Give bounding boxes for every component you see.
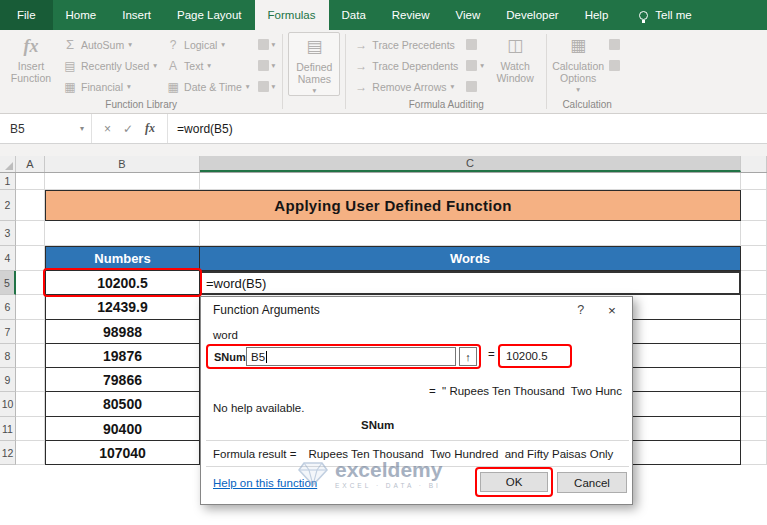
tab-developer[interactable]: Developer bbox=[493, 0, 571, 30]
column-header-c[interactable]: C bbox=[200, 156, 741, 172]
more-functions-button[interactable]: ▾ bbox=[256, 77, 278, 96]
error-checking-button[interactable]: ▾ bbox=[464, 56, 486, 75]
sigma-icon: Σ bbox=[63, 37, 77, 52]
tab-view[interactable]: View bbox=[443, 0, 494, 30]
cell-b9[interactable]: 79866 bbox=[45, 368, 200, 392]
cell[interactable] bbox=[200, 173, 741, 190]
cell[interactable] bbox=[16, 221, 45, 246]
tab-insert[interactable]: Insert bbox=[109, 0, 164, 30]
tab-formulas[interactable]: Formulas bbox=[255, 0, 329, 30]
recently-used-button[interactable]: ▤ Recently Used ▾ bbox=[60, 56, 160, 75]
tab-review[interactable]: Review bbox=[379, 0, 443, 30]
row-header-2[interactable]: 2 bbox=[0, 190, 16, 221]
title-cell[interactable]: Applying User Defined Function bbox=[45, 190, 741, 221]
select-all-corner[interactable] bbox=[0, 156, 16, 172]
trace-precedents-button[interactable]: → Trace Precedents bbox=[351, 35, 461, 54]
cell-b12[interactable]: 107040 bbox=[45, 441, 200, 465]
help-on-function-link[interactable]: Help on this function bbox=[213, 477, 317, 489]
cell[interactable] bbox=[16, 344, 45, 368]
row-header-4[interactable]: 4 bbox=[0, 246, 16, 271]
cell-c4-words-header[interactable]: Words bbox=[200, 246, 741, 271]
row-header-5[interactable]: 5 bbox=[0, 271, 16, 295]
formula-result-row: Formula result = Rupees Ten Thousand Two… bbox=[213, 448, 613, 460]
row-header-12[interactable]: 12 bbox=[0, 441, 16, 465]
ok-button[interactable]: OK bbox=[480, 472, 548, 492]
column-header-b[interactable]: B bbox=[45, 156, 200, 172]
formula-input[interactable]: =word(B5) bbox=[168, 114, 767, 143]
cell[interactable] bbox=[16, 392, 45, 417]
formula-result-value: Rupees Ten Thousand Two Hundred and Fift… bbox=[308, 448, 613, 460]
error-checking-icon bbox=[466, 60, 477, 71]
tell-me[interactable]: Tell me bbox=[627, 0, 703, 30]
logical-button[interactable]: ? Logical ▾ bbox=[163, 35, 253, 54]
date-time-button[interactable]: ▦ Date & Time ▾ bbox=[163, 77, 253, 96]
enter-entry-button[interactable]: ✓ bbox=[123, 122, 133, 136]
calculate-sheet-button[interactable] bbox=[607, 56, 622, 75]
cell[interactable] bbox=[200, 221, 741, 246]
cell bbox=[741, 271, 767, 295]
cell[interactable] bbox=[16, 173, 45, 190]
cell-c5-active[interactable]: =word(B5) bbox=[200, 271, 741, 295]
group-function-library: fx Insert Function Σ AutoSum ▾ ▤ Recentl… bbox=[0, 30, 282, 113]
cell[interactable] bbox=[16, 368, 45, 392]
insert-function-button[interactable]: fx Insert Function bbox=[5, 32, 57, 84]
insert-function-fx-button[interactable]: fx bbox=[145, 121, 155, 136]
tab-file[interactable]: File bbox=[0, 0, 53, 30]
formula-bar-buttons: × ✓ fx bbox=[92, 114, 168, 143]
autosum-button[interactable]: Σ AutoSum ▾ bbox=[60, 35, 160, 54]
cell[interactable] bbox=[16, 246, 45, 271]
cell[interactable] bbox=[45, 221, 200, 246]
calendar-icon: ▦ bbox=[166, 80, 180, 94]
tell-me-label: Tell me bbox=[655, 9, 691, 21]
defined-names-button[interactable]: ▤ Defined Names ▾ bbox=[288, 32, 340, 96]
math-trig-button[interactable]: ▾ bbox=[256, 56, 278, 75]
tab-help[interactable]: Help bbox=[572, 0, 622, 30]
calculation-options-button[interactable]: ▦ Calculation Options ▾ bbox=[552, 32, 604, 94]
snum-label: SNum bbox=[210, 351, 246, 363]
snum-input[interactable]: B5 bbox=[246, 347, 456, 366]
column-header-a[interactable]: A bbox=[16, 156, 45, 172]
row-header-10[interactable]: 10 bbox=[0, 392, 16, 417]
row-header-6[interactable]: 6 bbox=[0, 295, 16, 320]
trace-dependents-button[interactable]: → Trace Dependents bbox=[351, 56, 461, 75]
row-header-3[interactable]: 3 bbox=[0, 221, 16, 246]
cell[interactable] bbox=[16, 295, 45, 320]
row-header-8[interactable]: 8 bbox=[0, 344, 16, 368]
lookup-reference-button[interactable]: ▾ bbox=[256, 35, 278, 54]
tab-home[interactable]: Home bbox=[53, 0, 110, 30]
text-button[interactable]: A Text ▾ bbox=[163, 56, 253, 75]
calculate-now-button[interactable] bbox=[607, 35, 622, 54]
cell-b11[interactable]: 90400 bbox=[45, 417, 200, 441]
cell-b10[interactable]: 80500 bbox=[45, 392, 200, 417]
cell-b7[interactable]: 98988 bbox=[45, 320, 200, 344]
dialog-help-button[interactable]: ? bbox=[571, 303, 590, 317]
collapse-dialog-button[interactable]: ↑ bbox=[459, 347, 477, 366]
cell bbox=[741, 295, 767, 320]
watch-window-button[interactable]: ◫ Watch Window bbox=[489, 32, 541, 84]
row-header-11[interactable]: 11 bbox=[0, 417, 16, 441]
cell[interactable] bbox=[16, 190, 45, 221]
dialog-close-button[interactable]: × bbox=[604, 303, 620, 318]
cell-b6[interactable]: 12439.9 bbox=[45, 295, 200, 320]
show-formulas-button[interactable] bbox=[464, 35, 486, 54]
row-header-9[interactable]: 9 bbox=[0, 368, 16, 392]
dialog-titlebar[interactable]: Function Arguments ? × bbox=[201, 297, 632, 323]
remove-arrows-button[interactable]: → Remove Arrows ▾ bbox=[351, 77, 461, 96]
row-header-1[interactable]: 1 bbox=[0, 173, 16, 190]
cell[interactable] bbox=[16, 441, 45, 465]
cancel-entry-button[interactable]: × bbox=[104, 122, 111, 136]
row-header-7[interactable]: 7 bbox=[0, 320, 16, 344]
cancel-button[interactable]: Cancel bbox=[557, 472, 627, 493]
chevron-down-icon[interactable]: ▾ bbox=[80, 124, 84, 133]
cell[interactable] bbox=[16, 271, 45, 295]
evaluate-formula-button[interactable] bbox=[464, 77, 486, 96]
calculation-options-icon: ▦ bbox=[570, 35, 586, 59]
cell-b8[interactable]: 19876 bbox=[45, 344, 200, 368]
name-box[interactable]: B5 ▾ bbox=[0, 114, 92, 143]
cell[interactable] bbox=[45, 173, 200, 190]
cell[interactable] bbox=[16, 417, 45, 441]
tab-data[interactable]: Data bbox=[329, 0, 379, 30]
financial-button[interactable]: ▦ Financial ▾ bbox=[60, 77, 160, 96]
cell[interactable] bbox=[16, 320, 45, 344]
tab-page-layout[interactable]: Page Layout bbox=[164, 0, 255, 30]
